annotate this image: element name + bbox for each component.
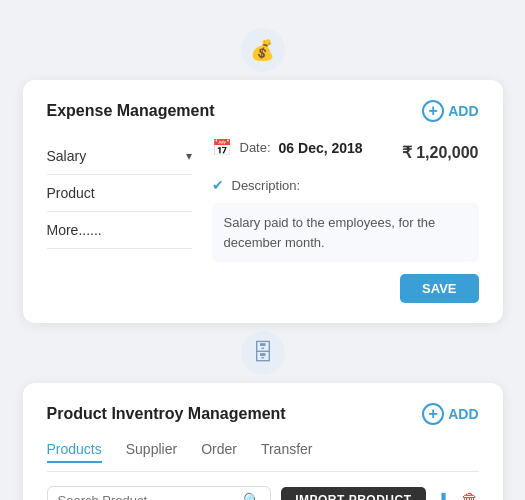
expense-menu: Salary ▾ Product More......: [47, 138, 192, 303]
desc-label: Description:: [232, 178, 301, 193]
date-label: Date:: [240, 140, 271, 155]
tab-order[interactable]: Order: [201, 441, 237, 463]
expense-card-header: Expense Management + ADD: [47, 100, 479, 122]
desc-icon: ✔: [212, 177, 224, 193]
date-field: 📅 Date: 06 Dec, 2018: [212, 138, 363, 157]
download-icon-button[interactable]: ⬇: [436, 489, 451, 500]
search-box: 🔍: [47, 486, 272, 500]
expense-body: Salary ▾ Product More...... 📅 Date: 06 D…: [47, 138, 479, 303]
desc-label-row: ✔ Description:: [212, 177, 479, 193]
tab-transfer[interactable]: Transfer: [261, 441, 313, 463]
expense-add-label: ADD: [448, 103, 478, 119]
expense-add-button[interactable]: + ADD: [422, 100, 478, 122]
inventory-card: Product Inventroy Management + ADD Produ…: [23, 383, 503, 500]
calendar-icon: 📅: [212, 138, 232, 157]
search-icon: 🔍: [243, 492, 260, 500]
inventory-title: Product Inventroy Management: [47, 405, 286, 423]
inventory-card-header: Product Inventroy Management + ADD: [47, 403, 479, 425]
inventory-add-button[interactable]: + ADD: [422, 403, 478, 425]
inventory-tabs: Products Supplier Order Transfer: [47, 441, 479, 472]
inventory-toolbar: 🔍 IMPORT PRODUCT ⬇ 🗑: [47, 486, 479, 500]
expense-title: Expense Management: [47, 102, 215, 120]
date-row: 📅 Date: 06 Dec, 2018 ₹ 1,20,000: [212, 138, 479, 167]
save-button[interactable]: SAVE: [400, 274, 478, 303]
expense-details: 📅 Date: 06 Dec, 2018 ₹ 1,20,000 ✔ Descri…: [212, 138, 479, 303]
chevron-down-icon: ▾: [186, 149, 192, 163]
date-value: 06 Dec, 2018: [279, 140, 363, 156]
search-input[interactable]: [58, 493, 238, 501]
menu-item-product[interactable]: Product: [47, 175, 192, 212]
tab-products[interactable]: Products: [47, 441, 102, 463]
menu-item-more[interactable]: More......: [47, 212, 192, 249]
tab-supplier[interactable]: Supplier: [126, 441, 177, 463]
inventory-add-label: ADD: [448, 406, 478, 422]
import-button[interactable]: IMPORT PRODUCT: [281, 487, 425, 500]
inventory-icon: 🗄: [241, 331, 285, 375]
amount-value: ₹ 1,20,000: [402, 143, 479, 162]
plus-circle-icon: +: [422, 100, 444, 122]
desc-text: Salary paid to the employees, for the de…: [212, 203, 479, 262]
plus-circle-icon-2: +: [422, 403, 444, 425]
menu-item-salary[interactable]: Salary ▾: [47, 138, 192, 175]
expense-card: Expense Management + ADD Salary ▾ Produc…: [23, 80, 503, 323]
delete-icon-button[interactable]: 🗑: [461, 490, 479, 501]
expense-icon: 💰: [241, 28, 285, 72]
salary-label: Salary: [47, 148, 87, 164]
